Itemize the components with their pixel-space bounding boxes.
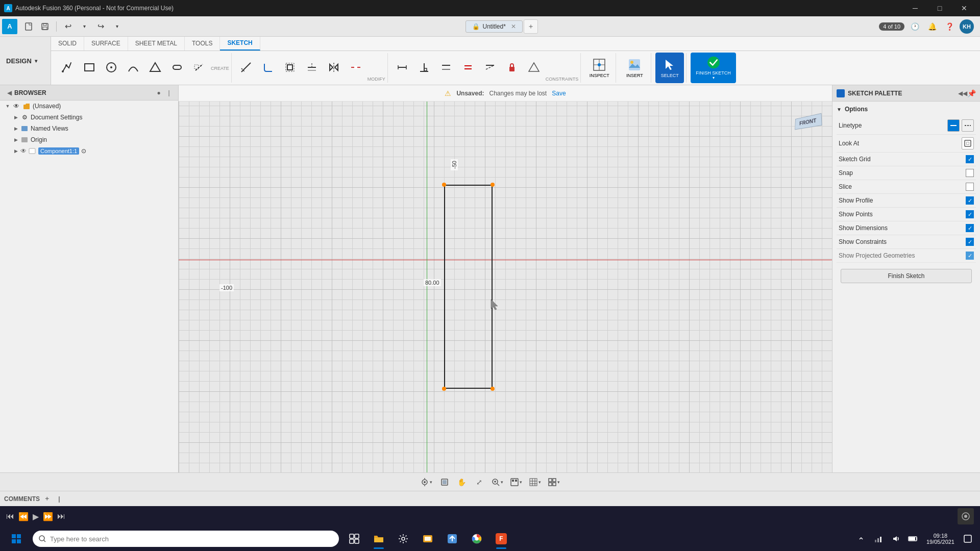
linetype-dashed-button[interactable] — [962, 119, 974, 132]
perpendicular-constraint[interactable] — [414, 55, 434, 81]
notification-bell[interactable]: 🔔 — [925, 19, 939, 34]
browser-named-views[interactable]: ▶ Named Views — [0, 123, 178, 134]
inspect-button[interactable]: INSPECT — [585, 53, 614, 83]
autodesk-drive-icon[interactable] — [441, 527, 463, 551]
design-menu[interactable]: DESIGN ▾ — [0, 37, 51, 85]
view-cube-face-front[interactable]: FRONT — [795, 113, 822, 130]
equal-constraint[interactable] — [458, 55, 478, 81]
redo-button[interactable]: ↪ — [93, 19, 108, 34]
spline-tool[interactable] — [189, 55, 209, 81]
clock-icon[interactable]: 🕐 — [908, 19, 922, 34]
palette-pin-icon[interactable]: 📌 — [967, 89, 976, 97]
browser-settings-icon[interactable]: ● — [154, 88, 164, 98]
finish-sketch-button[interactable]: FINISH SKETCH ▾ — [691, 53, 736, 83]
anim-start-button[interactable]: ⏮ — [6, 512, 14, 521]
browser-pin-button[interactable]: | — [164, 88, 174, 98]
offset-tool[interactable] — [280, 55, 300, 81]
battery-icon[interactable] — [905, 527, 921, 551]
browser-root[interactable]: ▼ 👁 (Unsaved) — [0, 101, 178, 112]
help-button[interactable]: ❓ — [942, 19, 957, 34]
home-view-button[interactable] — [437, 475, 452, 489]
view-cube[interactable]: FRONT — [787, 106, 828, 146]
browser-origin[interactable]: ▶ Origin — [0, 134, 178, 145]
extend-tool[interactable] — [302, 55, 322, 81]
anim-prev-button[interactable]: ⏪ — [18, 512, 29, 521]
show-dimensions-checkbox[interactable]: ✓ — [966, 224, 974, 232]
tab-solid[interactable]: SOLID — [51, 37, 84, 51]
start-button[interactable] — [4, 527, 29, 551]
animation-settings-icon[interactable] — [958, 508, 974, 524]
circle-tool[interactable] — [101, 55, 121, 81]
lock-constraint[interactable] — [502, 55, 522, 81]
notification-center[interactable] — [960, 527, 976, 551]
anim-play-button[interactable]: ▶ — [33, 512, 39, 521]
minimize-button[interactable]: ─ — [903, 0, 927, 16]
sketch-grid-checkbox[interactable]: ✓ — [966, 155, 974, 163]
tangent-constraint[interactable] — [480, 55, 500, 81]
chrome-icon[interactable] — [465, 527, 488, 551]
pan-tool[interactable]: ✋ — [455, 475, 469, 489]
display-mode-dropdown[interactable]: ▾ — [508, 477, 524, 487]
save-link[interactable]: Save — [552, 90, 566, 97]
add-tab-button[interactable]: ＋ — [524, 19, 538, 34]
show-constraints-checkbox[interactable]: ✓ — [966, 238, 974, 246]
redo-dropdown[interactable]: ▾ — [110, 19, 124, 34]
tab-tools[interactable]: TOOLS — [185, 37, 220, 51]
zoom-dropdown[interactable]: ▾ — [489, 477, 505, 487]
polygon-tool[interactable] — [145, 55, 165, 81]
volume-icon[interactable] — [888, 527, 904, 551]
finish-sketch-bottom-button[interactable]: Finish Sketch — [841, 269, 972, 283]
fillet-tool[interactable] — [258, 55, 278, 81]
file-explorer-icon[interactable] — [368, 527, 390, 551]
show-profile-checkbox[interactable]: ✓ — [966, 196, 974, 205]
options-section-header[interactable]: ▼ Options — [837, 106, 976, 113]
new-file-button[interactable] — [21, 19, 36, 34]
active-tab[interactable]: 🔒 Untitled* ✕ — [465, 20, 523, 33]
taskview-icon[interactable] — [343, 527, 365, 551]
linetype-solid-button[interactable] — [947, 119, 960, 132]
arc-tool[interactable] — [123, 55, 143, 81]
tab-sheetmetal[interactable]: SHEET METAL — [128, 37, 185, 51]
mirror-tool[interactable] — [324, 55, 344, 81]
palette-expand-left[interactable]: ◀◀ — [958, 90, 967, 97]
grid-display-dropdown[interactable]: ▾ — [527, 477, 543, 487]
search-bar[interactable] — [33, 531, 339, 547]
tab-surface[interactable]: SURFACE — [84, 37, 128, 51]
maximize-button[interactable]: □ — [928, 0, 951, 16]
slice-checkbox[interactable] — [966, 183, 974, 191]
anim-end-button[interactable]: ⏭ — [57, 512, 65, 521]
tab-sketch[interactable]: SKETCH — [220, 37, 260, 51]
file-manager-icon[interactable] — [416, 527, 439, 551]
dimension-constraint[interactable] — [524, 55, 544, 81]
comments-add-button[interactable]: ＋ — [42, 494, 52, 504]
horizontal-constraint[interactable] — [392, 55, 412, 81]
trim-tool[interactable] — [236, 55, 256, 81]
viewport[interactable]: ⚠ Unsaved: Changes may be lost Save 80.0… — [179, 85, 832, 472]
search-input[interactable] — [50, 535, 333, 543]
browser-doc-settings[interactable]: ▶ ⚙ Document Settings — [0, 112, 178, 123]
snap-checkbox[interactable] — [966, 169, 974, 177]
rectangle-tool[interactable] — [79, 55, 100, 81]
settings-taskbar-icon[interactable] — [392, 527, 414, 551]
close-button[interactable]: ✕ — [952, 0, 976, 16]
break-tool[interactable] — [346, 55, 366, 81]
fusion360-icon[interactable]: F — [490, 527, 512, 551]
orbit-tool-dropdown[interactable]: ▾ — [419, 477, 434, 487]
lookat-button[interactable] — [962, 137, 974, 149]
show-projected-checkbox[interactable]: ✓ — [966, 252, 974, 260]
system-time[interactable]: 09:18 19/05/2021 — [922, 533, 959, 545]
insert-image-button[interactable]: INSERT — [620, 53, 649, 83]
save-button[interactable] — [38, 19, 52, 34]
network-icon[interactable] — [870, 527, 887, 551]
slot-tool[interactable] — [167, 55, 187, 81]
line-tool[interactable] — [57, 55, 78, 81]
select-button[interactable]: SELECT — [655, 53, 684, 83]
undo-dropdown[interactable]: ▾ — [77, 19, 91, 34]
show-hidden-icons[interactable] — [853, 527, 869, 551]
anim-next-button[interactable]: ⏩ — [43, 512, 53, 521]
show-points-checkbox[interactable]: ✓ — [966, 210, 974, 218]
view-options-dropdown[interactable]: ▾ — [546, 477, 562, 487]
user-avatar[interactable]: KH — [960, 19, 974, 34]
undo-button[interactable]: ↩ — [61, 19, 75, 34]
browser-component1[interactable]: ▶ 👁 Component1:1 ⊙ — [0, 145, 178, 157]
